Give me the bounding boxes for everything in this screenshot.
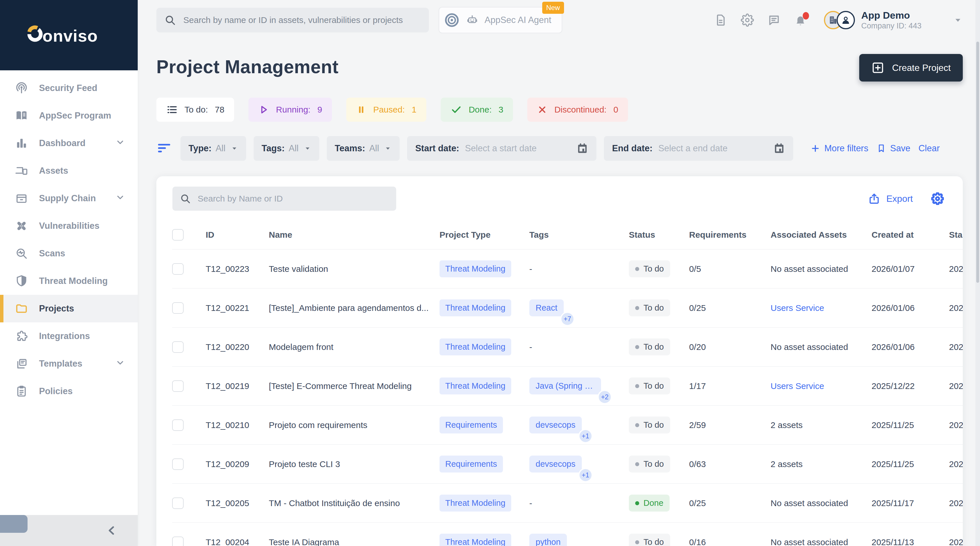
project-row-t12-00209[interactable]: T12_00209Projeto teste CLI 3Requirements… [172, 445, 963, 484]
account-info[interactable]: App Demo Company ID: 443 [861, 10, 921, 30]
project-row-t12-00204[interactable]: T12_00204Teste IA DiagramaThreat Modelin… [172, 523, 963, 546]
document-icon[interactable] [714, 14, 727, 26]
app: onviso Security FeedAppSec ProgramDashbo… [0, 0, 980, 546]
project-row-t12-00221[interactable]: T12_00221[Teste]_Ambiente para agendamen… [172, 289, 963, 327]
row-checkbox[interactable] [172, 498, 184, 509]
status-chip-done[interactable]: Done:3 [441, 97, 513, 122]
filter-start-date[interactable]: Start date: Select a start date [407, 136, 597, 161]
sidebar-item-label: Security Feed [39, 83, 97, 93]
security-feed-icon [15, 81, 28, 95]
asset-link[interactable]: Users Service [771, 381, 824, 391]
row-checkbox[interactable] [172, 302, 184, 314]
tag-chip: devsecops+1 [529, 456, 582, 473]
sidebar-item-projects[interactable]: Projects [0, 295, 138, 322]
status-chip-paused[interactable]: Paused:1 [346, 97, 426, 122]
status-chips: To do:78Running:9Paused:1Done:3Discontin… [156, 97, 963, 122]
check-icon [450, 104, 462, 115]
row-checkbox[interactable] [172, 536, 184, 546]
sidebar-item-appsec-program[interactable]: AppSec Program [0, 102, 138, 129]
start-date-placeholder: Select a start date [465, 143, 537, 153]
table-search[interactable] [172, 187, 396, 211]
cell-id: T12_00204 [206, 523, 269, 546]
cell-start-date: 202 [949, 484, 963, 523]
sidebar-item-templates[interactable]: Templates [0, 350, 138, 377]
project-type-badge: Threat Modeling [439, 377, 511, 394]
appsec-program-icon [15, 109, 28, 122]
table-settings-gear-icon[interactable] [931, 192, 944, 205]
vulnerabilities-icon [15, 219, 28, 233]
project-row-t12-00205[interactable]: T12_00205TM - Chatbot Instituição de ens… [172, 484, 963, 523]
cell-select [172, 289, 206, 327]
status-chip-discontinued[interactable]: Discontinued:0 [527, 97, 628, 122]
clear-filters-label: Clear [918, 143, 940, 153]
project-row-t12-00210[interactable]: T12_00210Projeto com requirementsRequire… [172, 406, 963, 445]
sidebar-item-vulnerabilities[interactable]: Vulnerabilities [0, 212, 138, 240]
sidebar-item-dashboard[interactable]: Dashboard [0, 129, 138, 157]
filter-end-date[interactable]: End date: Select a end date [604, 136, 793, 161]
status-chip-running[interactable]: Running:9 [248, 97, 332, 122]
cell-name: Modelagem front [269, 327, 439, 367]
row-checkbox[interactable] [172, 263, 184, 275]
status-chip-label: Running: [276, 105, 310, 115]
cell-associated-assets: 2 assets [771, 445, 872, 484]
cell-name: [Teste] E-Commerce Threat Modeling [269, 367, 439, 406]
sidebar-item-assets[interactable]: Assets [0, 157, 138, 185]
asset-text: No asset associated [771, 264, 848, 274]
robot-icon [466, 13, 479, 27]
sidebar-item-label: Assets [39, 166, 68, 176]
select-all-checkbox[interactable] [172, 229, 184, 241]
cell-select [172, 367, 206, 406]
row-checkbox[interactable] [172, 341, 184, 353]
sidebar-item-security-feed[interactable]: Security Feed [0, 74, 138, 102]
cell-project-type: Threat Modeling [439, 249, 529, 289]
avatar-group[interactable] [824, 11, 855, 29]
gear-icon[interactable] [741, 13, 754, 27]
filter-teams-dropdown[interactable]: Teams: All [327, 136, 400, 161]
row-checkbox[interactable] [172, 420, 184, 431]
status-badge: To do [629, 534, 670, 546]
calendar-icon [576, 142, 589, 155]
project-row-t12-00223[interactable]: T12_00223Teste validationThreat Modeling… [172, 249, 963, 289]
sidebar-item-label: Scans [39, 248, 65, 259]
status-badge: To do [629, 260, 670, 277]
appsec-ai-agent-button[interactable]: AppSec AI Agent New [439, 7, 562, 33]
tag-chip: python [529, 534, 567, 546]
project-row-t12-00219[interactable]: T12_00219[Teste] E-Commerce Threat Model… [172, 367, 963, 406]
notifications-bell-icon[interactable] [794, 14, 807, 26]
sidebar-item-scans[interactable]: Scans [0, 240, 138, 267]
sidebar-item-threat-modeling[interactable]: Threat Modeling [0, 267, 138, 295]
conviso-logo-icon: onviso [26, 23, 112, 47]
clear-filters-button[interactable]: Clear [918, 143, 940, 153]
tag-chip: devsecops+1 [529, 417, 582, 433]
global-search-input[interactable] [183, 15, 421, 25]
row-checkbox[interactable] [172, 380, 184, 392]
row-checkbox[interactable] [172, 458, 184, 470]
sidebar-item-supply-chain[interactable]: Supply Chain [0, 185, 138, 212]
global-search[interactable] [156, 8, 429, 32]
assets-icon [15, 164, 28, 177]
project-row-t12-00220[interactable]: T12_00220Modelagem frontThreat Modeling-… [172, 327, 963, 367]
sidebar-item-policies[interactable]: Policies [0, 377, 138, 405]
status-chip-count: 0 [613, 105, 618, 115]
more-filters-button[interactable]: More filters [810, 143, 868, 153]
filter-tags-dropdown[interactable]: Tags: All [254, 136, 319, 161]
sidebar-item-integrations[interactable]: Integrations [0, 322, 138, 350]
account-caret-down-icon[interactable] [953, 15, 963, 25]
asset-text: No asset associated [771, 342, 848, 352]
create-project-label: Create Project [892, 62, 951, 73]
create-project-button[interactable]: Create Project [859, 54, 963, 81]
asset-link[interactable]: Users Service [771, 303, 824, 313]
save-filter-button[interactable]: Save [877, 143, 911, 153]
chat-icon[interactable] [768, 14, 780, 26]
scrollbar-thumb[interactable] [976, 42, 979, 283]
status-chip-to-do[interactable]: To do:78 [156, 97, 234, 122]
chat-widget-bubble[interactable] [0, 515, 27, 533]
table-search-input[interactable] [197, 193, 389, 204]
filter-type-dropdown[interactable]: Type: All [180, 136, 246, 161]
status-chip-label: Discontinued: [554, 105, 606, 115]
export-button[interactable]: Export [868, 193, 913, 205]
cell-start-date: 202 [949, 289, 963, 327]
column-header-tags: Tags [529, 218, 629, 249]
projects-table: IDNameProject TypeTagsStatusRequirements… [172, 218, 963, 546]
vertical-scrollbar[interactable] [975, 0, 980, 546]
